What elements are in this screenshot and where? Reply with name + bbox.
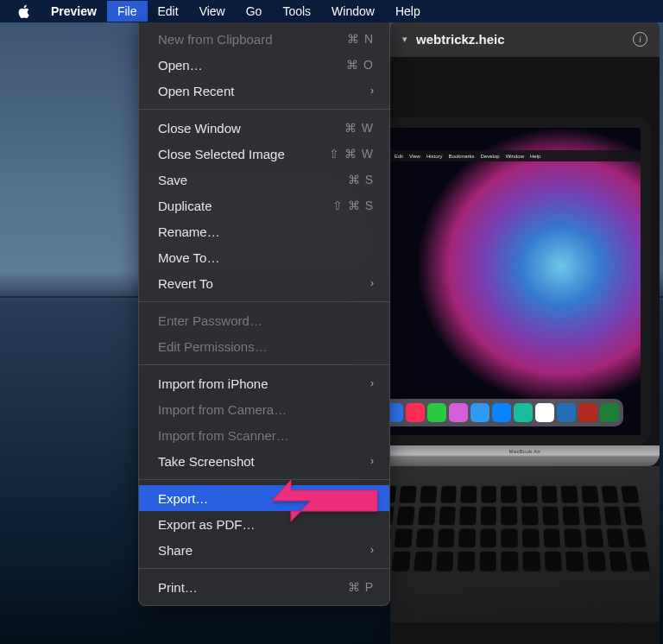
- menubar-item-edit[interactable]: Edit: [148, 1, 189, 22]
- menu-item-label: Revert To: [158, 276, 370, 291]
- menu-item-label: Duplicate: [158, 199, 332, 213]
- menu-item-share[interactable]: Share›: [139, 537, 389, 563]
- menu-item-close-selected-image[interactable]: Close Selected Image⇧ ⌘ W: [139, 141, 389, 167]
- image-content: File Edit View History Bookmarks Develop…: [390, 117, 660, 644]
- menu-item-label: Rename…: [158, 224, 374, 239]
- menu-item-label: Print…: [158, 580, 348, 595]
- menu-item-import-from-iphone[interactable]: Import from iPhone›: [139, 370, 389, 396]
- dock-app-icon: [406, 403, 425, 422]
- dock-app-icon: [514, 403, 533, 422]
- menu-item-label: Save: [158, 173, 348, 187]
- menu-shortcut: ⌘ W: [344, 121, 374, 135]
- menu-item-open[interactable]: Open…⌘ O: [139, 52, 389, 78]
- menu-item-label: Open…: [158, 58, 346, 73]
- menu-item-label: Export…: [158, 491, 374, 506]
- menu-divider: [139, 568, 389, 569]
- info-icon[interactable]: i: [633, 32, 647, 47]
- menu-divider: [139, 109, 389, 110]
- menubar-item-view[interactable]: View: [189, 1, 236, 22]
- menu-item-label: Enter Password…: [158, 313, 374, 328]
- window-title: webtrickz.heic: [416, 32, 624, 47]
- menubar-item-help[interactable]: Help: [385, 1, 431, 22]
- menu-item-open-recent[interactable]: Open Recent›: [139, 78, 389, 104]
- menu-item-edit-permissions: Edit Permissions…: [139, 333, 389, 359]
- menu-item-label: Import from Scanner…: [158, 428, 374, 443]
- menu-item-duplicate[interactable]: Duplicate⇧ ⌘ S: [139, 193, 389, 218]
- menubar-app-name[interactable]: Preview: [41, 1, 107, 22]
- menu-item-save[interactable]: Save⌘ S: [139, 167, 389, 193]
- menu-item-enter-password: Enter Password…: [139, 307, 389, 333]
- menu-item-import-from-scanner: Import from Scanner…: [139, 422, 389, 448]
- menu-item-label: Export as PDF…: [158, 517, 374, 532]
- macbook-label: MacBook Air: [509, 449, 541, 454]
- menu-item-label: Move To…: [158, 250, 374, 265]
- menu-item-revert-to[interactable]: Revert To›: [139, 270, 389, 296]
- image-viewport[interactable]: File Edit View History Bookmarks Develop…: [390, 57, 660, 644]
- menu-item-label: Open Recent: [158, 84, 370, 98]
- menu-item-label: Import from Camera…: [158, 402, 374, 417]
- chevron-down-icon[interactable]: ▾: [402, 34, 407, 45]
- chevron-right-icon: ›: [370, 85, 374, 97]
- menu-item-label: Close Selected Image: [158, 147, 329, 161]
- menu-shortcut: ⌘ S: [348, 173, 374, 186]
- menu-item-move-to[interactable]: Move To…: [139, 244, 389, 270]
- dock-app-icon: [470, 403, 489, 422]
- menubar-item-go[interactable]: Go: [236, 1, 273, 22]
- menu-item-label: Close Window: [158, 121, 344, 136]
- menu-divider: [139, 479, 389, 480]
- dock-app-icon: [427, 403, 446, 422]
- dock-app-icon: [600, 403, 619, 422]
- preview-app-window[interactable]: ▾ webtrickz.heic i File Edit View Histor…: [390, 21, 660, 644]
- menubar-item-tools[interactable]: Tools: [272, 1, 321, 22]
- menu-item-take-screenshot[interactable]: Take Screenshot›: [139, 448, 389, 474]
- menu-divider: [139, 364, 389, 365]
- dock-app-icon: [449, 403, 468, 422]
- menubar-item-window[interactable]: Window: [321, 1, 385, 22]
- window-titlebar[interactable]: ▾ webtrickz.heic i: [390, 21, 660, 57]
- menu-shortcut: ⌘ O: [346, 58, 374, 72]
- menu-item-label: Take Screenshot: [158, 454, 370, 469]
- dock-app-icon: [390, 403, 403, 422]
- apple-menu-icon[interactable]: [7, 4, 41, 19]
- menu-item-label: Import from iPhone: [158, 376, 370, 391]
- menu-item-print[interactable]: Print…⌘ P: [139, 574, 389, 600]
- dock-app-icon: [535, 403, 554, 422]
- dock-app-icon: [557, 403, 576, 422]
- system-menubar: Preview File Edit View Go Tools Window H…: [0, 0, 663, 22]
- chevron-right-icon: ›: [370, 377, 374, 389]
- menu-divider: [139, 301, 389, 302]
- menu-item-export-as-pdf[interactable]: Export as PDF…: [139, 511, 389, 537]
- file-menu-dropdown: New from Clipboard⌘ NOpen…⌘ OOpen Recent…: [138, 22, 390, 606]
- menu-shortcut: ⌘ N: [347, 32, 374, 46]
- menu-item-label: Share: [158, 543, 370, 558]
- menu-item-export[interactable]: Export…: [139, 485, 389, 511]
- chevron-right-icon: ›: [370, 544, 374, 556]
- menu-item-close-window[interactable]: Close Window⌘ W: [139, 115, 389, 141]
- dock-app-icon: [492, 403, 511, 422]
- menu-item-rename[interactable]: Rename…: [139, 218, 389, 244]
- menubar-item-file[interactable]: File: [107, 1, 148, 22]
- menu-shortcut: ⇧ ⌘ W: [329, 147, 374, 161]
- menu-shortcut: ⌘ P: [348, 580, 374, 594]
- menu-shortcut: ⇧ ⌘ S: [332, 199, 374, 212]
- inner-dock: [390, 399, 623, 426]
- chevron-right-icon: ›: [370, 455, 374, 467]
- menu-item-label: Edit Permissions…: [158, 339, 374, 354]
- menu-item-label: New from Clipboard: [158, 32, 347, 47]
- menu-item-import-from-camera: Import from Camera…: [139, 396, 389, 422]
- dock-app-icon: [578, 403, 597, 422]
- menu-item-new-from-clipboard: New from Clipboard⌘ N: [139, 26, 389, 52]
- chevron-right-icon: ›: [370, 277, 374, 289]
- inner-menubar: File Edit View History Bookmarks Develop…: [390, 150, 641, 161]
